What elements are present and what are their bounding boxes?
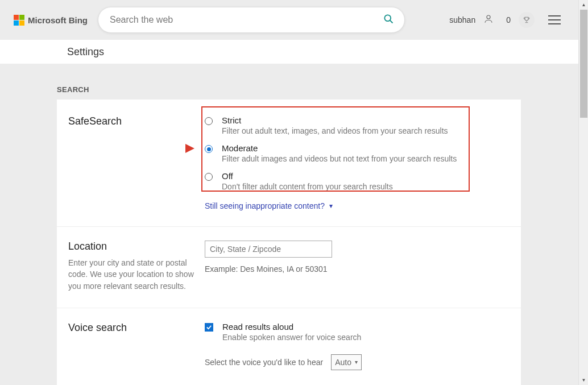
location-input[interactable] xyxy=(205,241,332,258)
page-title: Settings xyxy=(67,46,104,58)
location-desc: Enter your city and state or postal code… xyxy=(68,257,205,292)
section-label-search: SEARCH xyxy=(0,64,588,100)
voice-title: Voice search xyxy=(68,322,205,334)
settings-panel: SafeSearch Strict Filter out adult text,… xyxy=(57,100,521,385)
location-title: Location xyxy=(68,241,205,252)
link-text: Still seeing inappropriate content? xyxy=(205,201,325,210)
chevron-down-icon: ▾ xyxy=(329,202,333,210)
search-input[interactable] xyxy=(109,14,383,26)
checkbox-read-aloud[interactable]: Read results aloud Enable spoken answer … xyxy=(205,322,510,342)
radio-icon[interactable] xyxy=(205,145,213,153)
option-desc: Don't filter adult content from your sea… xyxy=(222,182,393,191)
voice-select-prompt: Select the voice you'd like to hear xyxy=(205,358,323,367)
setting-safesearch: SafeSearch Strict Filter out adult text,… xyxy=(57,115,521,227)
logo-text: Microsoft Bing xyxy=(28,15,88,25)
header-bar: Microsoft Bing subhan 0 xyxy=(0,0,588,40)
checkbox-label: Read results aloud xyxy=(222,322,361,332)
rewards-trophy-icon[interactable] xyxy=(519,12,535,28)
scrollbar-up-arrow-icon[interactable]: ▲ xyxy=(579,0,588,10)
user-icon[interactable] xyxy=(483,14,494,26)
setting-voice-search: Voice search Read results aloud Enable s… xyxy=(57,322,521,385)
search-icon[interactable] xyxy=(383,13,394,27)
svg-line-1 xyxy=(390,20,393,23)
radio-option-moderate[interactable]: Moderate Filter adult images and videos … xyxy=(205,143,510,163)
radio-icon[interactable] xyxy=(205,173,213,181)
scrollbar-thumb[interactable] xyxy=(580,10,587,118)
search-box[interactable] xyxy=(98,7,405,33)
hamburger-menu-icon[interactable] xyxy=(548,15,561,24)
svg-point-2 xyxy=(487,15,490,19)
checkbox-desc: Enable spoken answer for voice search xyxy=(222,333,361,342)
svg-point-0 xyxy=(384,15,391,21)
option-label: Moderate xyxy=(222,143,457,153)
chevron-down-icon: ▾ xyxy=(355,359,358,365)
microsoft-logo-icon xyxy=(14,15,24,26)
radio-option-strict[interactable]: Strict Filter out adult text, images, an… xyxy=(205,115,510,135)
user-name[interactable]: subhan xyxy=(449,15,475,24)
inappropriate-content-link[interactable]: Still seeing inappropriate content? ▾ xyxy=(205,201,510,210)
scrollbar-down-arrow-icon[interactable]: ▼ xyxy=(579,375,588,385)
voice-select[interactable]: Auto ▾ xyxy=(331,354,362,370)
option-label: Off xyxy=(222,171,393,181)
option-desc: Filter out adult text, images, and video… xyxy=(222,126,448,135)
checkbox-icon[interactable] xyxy=(205,323,213,332)
vertical-scrollbar[interactable]: ▲ ▼ xyxy=(578,0,588,385)
select-value: Auto xyxy=(335,358,351,367)
rewards-points[interactable]: 0 xyxy=(506,15,511,24)
safesearch-title: SafeSearch xyxy=(68,115,205,127)
radio-icon[interactable] xyxy=(205,117,213,125)
option-desc: Filter adult images and videos but not t… xyxy=(222,154,457,163)
radio-option-off[interactable]: Off Don't filter adult content from your… xyxy=(205,171,510,191)
bing-logo[interactable]: Microsoft Bing xyxy=(14,15,88,26)
location-example: Example: Des Moines, IA or 50301 xyxy=(205,264,510,274)
annotation-arrow-icon xyxy=(169,140,194,159)
setting-location: Location Enter your city and state or po… xyxy=(57,241,521,308)
settings-title-bar: Settings xyxy=(0,40,588,64)
option-label: Strict xyxy=(222,115,448,125)
